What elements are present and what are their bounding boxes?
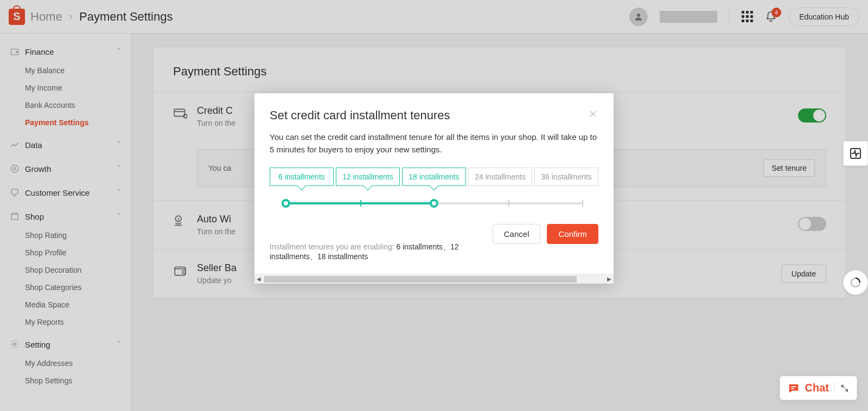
svg-point-4 <box>11 165 18 172</box>
sidebar-item-my-reports[interactable]: My Reports <box>0 313 131 331</box>
sidebar-item-shop-categories[interactable]: Shop Categories <box>0 279 131 296</box>
sidebar-item-shop-decoration[interactable]: Shop Decoration <box>0 261 131 279</box>
svg-line-19 <box>842 385 845 388</box>
tenure-option-24-installments[interactable]: 24 installments <box>468 168 532 186</box>
scroll-right-icon[interactable]: ▶ <box>605 276 614 282</box>
chat-icon <box>788 382 800 394</box>
apps-grid-icon[interactable] <box>742 11 753 22</box>
activity-icon[interactable] <box>843 141 868 166</box>
chat-label: Chat <box>805 382 829 394</box>
modal-title: Set credit card installment tenures <box>270 108 588 123</box>
tenure-option-12-installments[interactable]: 12 installments <box>336 168 400 186</box>
notifications-button[interactable]: 4 <box>765 11 777 23</box>
scroll-left-icon[interactable]: ◀ <box>254 276 263 282</box>
svg-point-7 <box>14 343 16 346</box>
tenure-option-36-installments[interactable]: 36 installments <box>534 168 598 186</box>
sidebar-item-shop-profile[interactable]: Shop Profile <box>0 244 131 261</box>
auto-withdraw-toggle[interactable] <box>798 217 826 231</box>
sidebar-item-bank-accounts[interactable]: Bank Accounts <box>0 97 131 114</box>
credit-card-icon <box>173 106 187 120</box>
svg-rect-5 <box>11 189 18 194</box>
svg-rect-14 <box>182 271 185 273</box>
brand-logo[interactable]: S <box>9 9 25 25</box>
svg-point-3 <box>14 168 16 170</box>
set-tenure-button[interactable]: Set tenure <box>763 159 815 177</box>
wallet-icon <box>173 264 187 278</box>
breadcrumb-home[interactable]: Home <box>30 10 62 24</box>
slider-handle-end[interactable] <box>430 199 438 208</box>
svg-rect-6 <box>11 214 18 220</box>
modal-description: You can set the credit card installment … <box>270 131 598 156</box>
breadcrumb: Home › Payment Settings <box>30 10 173 24</box>
svg-rect-18 <box>791 388 794 389</box>
user-name-placeholder[interactable] <box>660 11 717 23</box>
sidebar-item-shop-settings[interactable]: Shop Settings <box>0 372 131 389</box>
sidebar-item-my-income[interactable]: My Income <box>0 79 131 97</box>
sidebar-item-shop-rating[interactable]: Shop Rating <box>0 227 131 244</box>
sidebar-item-media-space[interactable]: Media Space <box>0 296 131 313</box>
svg-rect-13 <box>175 267 186 275</box>
loading-icon[interactable] <box>843 270 868 295</box>
withdraw-icon: $ <box>173 215 187 229</box>
tenure-info-text: You ca <box>208 164 231 172</box>
sidebar-group-setting[interactable]: Setting˄ <box>0 334 131 355</box>
education-hub-button[interactable]: Education Hub <box>789 8 859 26</box>
slider-handle-start[interactable] <box>282 199 290 208</box>
sidebar-group-data[interactable]: Data˅ <box>0 134 131 155</box>
cc-toggle[interactable] <box>798 108 826 123</box>
app-header: S Home › Payment Settings 4 Education Hu… <box>0 0 868 34</box>
tenure-modal: Set credit card installment tenures You … <box>254 93 614 284</box>
tenure-options: 6 installments12 installments18 installm… <box>270 168 598 186</box>
cancel-button[interactable]: Cancel <box>493 224 541 244</box>
sidebar-item-my-balance[interactable]: My Balance <box>0 62 131 79</box>
modal-scrollbar[interactable]: ◀ ▶ <box>254 274 614 284</box>
svg-point-2 <box>16 52 17 53</box>
chevron-right-icon: › <box>69 10 73 24</box>
breadcrumb-current: Payment Settings <box>79 10 173 24</box>
chat-divider <box>834 382 835 394</box>
tenure-option-6-installments[interactable]: 6 installments <box>270 168 334 186</box>
svg-rect-17 <box>791 386 796 387</box>
page-title: Payment Settings <box>173 65 826 79</box>
sidebar-group-finance[interactable]: Finance˄ <box>0 41 131 62</box>
enabling-summary: Installment tenures you are enabling: 6 … <box>270 242 493 262</box>
header-divider <box>729 9 730 24</box>
svg-rect-8 <box>174 109 185 116</box>
sidebar: Finance˄My BalanceMy IncomeBank Accounts… <box>0 34 131 411</box>
chat-button[interactable]: Chat <box>780 376 857 400</box>
sidebar-item-my-addresses[interactable]: My Addresses <box>0 355 131 372</box>
svg-text:$: $ <box>177 217 180 222</box>
sidebar-group-customer-service[interactable]: Customer Service˅ <box>0 182 131 203</box>
svg-line-20 <box>845 388 848 391</box>
update-bank-button[interactable]: Update <box>781 265 826 283</box>
expand-icon <box>840 384 849 393</box>
close-icon[interactable] <box>588 108 598 119</box>
confirm-button[interactable]: Confirm <box>547 224 598 244</box>
sidebar-item-payment-settings[interactable]: Payment Settings <box>0 114 131 131</box>
svg-point-0 <box>637 14 640 17</box>
avatar[interactable] <box>629 8 648 26</box>
notification-badge: 4 <box>771 8 781 17</box>
sidebar-group-growth[interactable]: Growth˅ <box>0 158 131 179</box>
tenure-slider[interactable] <box>286 198 582 220</box>
tenure-option-18-installments[interactable]: 18 installments <box>402 168 466 186</box>
sidebar-group-shop[interactable]: Shop˄ <box>0 206 131 227</box>
